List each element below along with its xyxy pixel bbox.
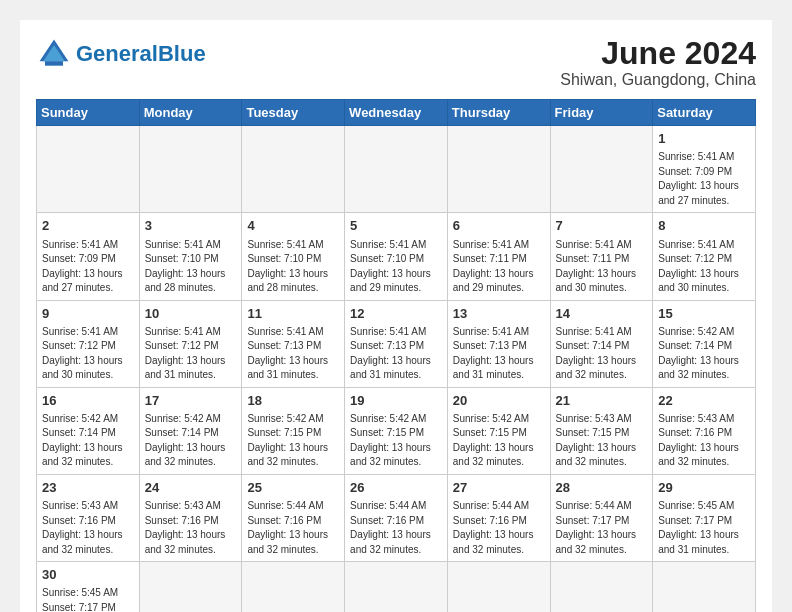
day-info: Sunrise: 5:44 AMSunset: 7:16 PMDaylight:… bbox=[247, 499, 339, 557]
day-number: 1 bbox=[658, 130, 750, 148]
calendar-cell bbox=[345, 126, 448, 213]
calendar-week-row: 9Sunrise: 5:41 AMSunset: 7:12 PMDaylight… bbox=[37, 300, 756, 387]
calendar-cell: 5Sunrise: 5:41 AMSunset: 7:10 PMDaylight… bbox=[345, 213, 448, 300]
day-number: 10 bbox=[145, 305, 237, 323]
calendar-cell: 7Sunrise: 5:41 AMSunset: 7:11 PMDaylight… bbox=[550, 213, 653, 300]
calendar-cell: 3Sunrise: 5:41 AMSunset: 7:10 PMDaylight… bbox=[139, 213, 242, 300]
day-number: 30 bbox=[42, 566, 134, 584]
day-info: Sunrise: 5:41 AMSunset: 7:12 PMDaylight:… bbox=[42, 325, 134, 383]
day-info: Sunrise: 5:41 AMSunset: 7:10 PMDaylight:… bbox=[145, 238, 237, 296]
calendar-cell: 30Sunrise: 5:45 AMSunset: 7:17 PMDayligh… bbox=[37, 562, 140, 612]
calendar-cell bbox=[447, 126, 550, 213]
day-number: 8 bbox=[658, 217, 750, 235]
day-info: Sunrise: 5:41 AMSunset: 7:12 PMDaylight:… bbox=[658, 238, 750, 296]
day-number: 27 bbox=[453, 479, 545, 497]
day-info: Sunrise: 5:43 AMSunset: 7:16 PMDaylight:… bbox=[42, 499, 134, 557]
day-info: Sunrise: 5:42 AMSunset: 7:14 PMDaylight:… bbox=[42, 412, 134, 470]
calendar-cell bbox=[139, 562, 242, 612]
day-info: Sunrise: 5:41 AMSunset: 7:10 PMDaylight:… bbox=[350, 238, 442, 296]
weekday-header: Saturday bbox=[653, 100, 756, 126]
day-number: 26 bbox=[350, 479, 442, 497]
day-number: 29 bbox=[658, 479, 750, 497]
day-number: 21 bbox=[556, 392, 648, 410]
day-info: Sunrise: 5:44 AMSunset: 7:16 PMDaylight:… bbox=[350, 499, 442, 557]
calendar-cell: 22Sunrise: 5:43 AMSunset: 7:16 PMDayligh… bbox=[653, 387, 756, 474]
calendar-cell: 12Sunrise: 5:41 AMSunset: 7:13 PMDayligh… bbox=[345, 300, 448, 387]
calendar-table: SundayMondayTuesdayWednesdayThursdayFrid… bbox=[36, 99, 756, 612]
page: GeneralBlue June 2024 Shiwan, Guangdong,… bbox=[20, 20, 772, 612]
main-title: June 2024 bbox=[560, 36, 756, 71]
day-info: Sunrise: 5:41 AMSunset: 7:11 PMDaylight:… bbox=[453, 238, 545, 296]
day-number: 6 bbox=[453, 217, 545, 235]
logo-blue: Blue bbox=[158, 41, 206, 66]
calendar-cell: 14Sunrise: 5:41 AMSunset: 7:14 PMDayligh… bbox=[550, 300, 653, 387]
logo-text: GeneralBlue bbox=[76, 43, 206, 65]
day-number: 18 bbox=[247, 392, 339, 410]
calendar-cell bbox=[345, 562, 448, 612]
calendar-cell: 16Sunrise: 5:42 AMSunset: 7:14 PMDayligh… bbox=[37, 387, 140, 474]
logo-icon bbox=[36, 36, 72, 72]
day-number: 2 bbox=[42, 217, 134, 235]
day-info: Sunrise: 5:41 AMSunset: 7:13 PMDaylight:… bbox=[453, 325, 545, 383]
day-info: Sunrise: 5:45 AMSunset: 7:17 PMDaylight:… bbox=[42, 586, 134, 612]
calendar-cell bbox=[447, 562, 550, 612]
weekday-header: Monday bbox=[139, 100, 242, 126]
calendar-cell: 17Sunrise: 5:42 AMSunset: 7:14 PMDayligh… bbox=[139, 387, 242, 474]
day-info: Sunrise: 5:41 AMSunset: 7:11 PMDaylight:… bbox=[556, 238, 648, 296]
calendar-cell: 21Sunrise: 5:43 AMSunset: 7:15 PMDayligh… bbox=[550, 387, 653, 474]
calendar-cell: 11Sunrise: 5:41 AMSunset: 7:13 PMDayligh… bbox=[242, 300, 345, 387]
calendar-cell: 9Sunrise: 5:41 AMSunset: 7:12 PMDaylight… bbox=[37, 300, 140, 387]
day-number: 4 bbox=[247, 217, 339, 235]
calendar-cell: 13Sunrise: 5:41 AMSunset: 7:13 PMDayligh… bbox=[447, 300, 550, 387]
calendar-cell bbox=[37, 126, 140, 213]
day-info: Sunrise: 5:41 AMSunset: 7:13 PMDaylight:… bbox=[247, 325, 339, 383]
calendar-cell bbox=[653, 562, 756, 612]
calendar-cell: 25Sunrise: 5:44 AMSunset: 7:16 PMDayligh… bbox=[242, 474, 345, 561]
calendar-cell: 23Sunrise: 5:43 AMSunset: 7:16 PMDayligh… bbox=[37, 474, 140, 561]
day-info: Sunrise: 5:41 AMSunset: 7:09 PMDaylight:… bbox=[42, 238, 134, 296]
logo-general: General bbox=[76, 41, 158, 66]
day-info: Sunrise: 5:43 AMSunset: 7:15 PMDaylight:… bbox=[556, 412, 648, 470]
day-number: 9 bbox=[42, 305, 134, 323]
subtitle: Shiwan, Guangdong, China bbox=[560, 71, 756, 89]
day-number: 12 bbox=[350, 305, 442, 323]
calendar-cell: 10Sunrise: 5:41 AMSunset: 7:12 PMDayligh… bbox=[139, 300, 242, 387]
day-info: Sunrise: 5:41 AMSunset: 7:12 PMDaylight:… bbox=[145, 325, 237, 383]
calendar-cell: 19Sunrise: 5:42 AMSunset: 7:15 PMDayligh… bbox=[345, 387, 448, 474]
calendar-cell: 2Sunrise: 5:41 AMSunset: 7:09 PMDaylight… bbox=[37, 213, 140, 300]
calendar-week-row: 16Sunrise: 5:42 AMSunset: 7:14 PMDayligh… bbox=[37, 387, 756, 474]
calendar-cell: 1Sunrise: 5:41 AMSunset: 7:09 PMDaylight… bbox=[653, 126, 756, 213]
calendar-cell: 6Sunrise: 5:41 AMSunset: 7:11 PMDaylight… bbox=[447, 213, 550, 300]
day-number: 28 bbox=[556, 479, 648, 497]
calendar-cell bbox=[550, 126, 653, 213]
day-info: Sunrise: 5:41 AMSunset: 7:14 PMDaylight:… bbox=[556, 325, 648, 383]
day-number: 22 bbox=[658, 392, 750, 410]
day-number: 24 bbox=[145, 479, 237, 497]
calendar-cell bbox=[139, 126, 242, 213]
day-number: 13 bbox=[453, 305, 545, 323]
day-number: 16 bbox=[42, 392, 134, 410]
day-number: 3 bbox=[145, 217, 237, 235]
day-number: 23 bbox=[42, 479, 134, 497]
calendar-cell: 27Sunrise: 5:44 AMSunset: 7:16 PMDayligh… bbox=[447, 474, 550, 561]
day-info: Sunrise: 5:42 AMSunset: 7:14 PMDaylight:… bbox=[145, 412, 237, 470]
calendar-cell: 8Sunrise: 5:41 AMSunset: 7:12 PMDaylight… bbox=[653, 213, 756, 300]
weekday-header: Thursday bbox=[447, 100, 550, 126]
weekday-header: Friday bbox=[550, 100, 653, 126]
day-info: Sunrise: 5:44 AMSunset: 7:16 PMDaylight:… bbox=[453, 499, 545, 557]
logo: GeneralBlue bbox=[36, 36, 206, 72]
day-info: Sunrise: 5:41 AMSunset: 7:10 PMDaylight:… bbox=[247, 238, 339, 296]
weekday-header: Sunday bbox=[37, 100, 140, 126]
calendar-cell: 24Sunrise: 5:43 AMSunset: 7:16 PMDayligh… bbox=[139, 474, 242, 561]
day-number: 25 bbox=[247, 479, 339, 497]
day-number: 20 bbox=[453, 392, 545, 410]
calendar-cell bbox=[242, 562, 345, 612]
day-info: Sunrise: 5:42 AMSunset: 7:15 PMDaylight:… bbox=[247, 412, 339, 470]
calendar-cell bbox=[550, 562, 653, 612]
calendar-cell: 28Sunrise: 5:44 AMSunset: 7:17 PMDayligh… bbox=[550, 474, 653, 561]
day-number: 15 bbox=[658, 305, 750, 323]
day-number: 11 bbox=[247, 305, 339, 323]
day-info: Sunrise: 5:41 AMSunset: 7:09 PMDaylight:… bbox=[658, 150, 750, 208]
calendar-header-row: SundayMondayTuesdayWednesdayThursdayFrid… bbox=[37, 100, 756, 126]
day-info: Sunrise: 5:41 AMSunset: 7:13 PMDaylight:… bbox=[350, 325, 442, 383]
